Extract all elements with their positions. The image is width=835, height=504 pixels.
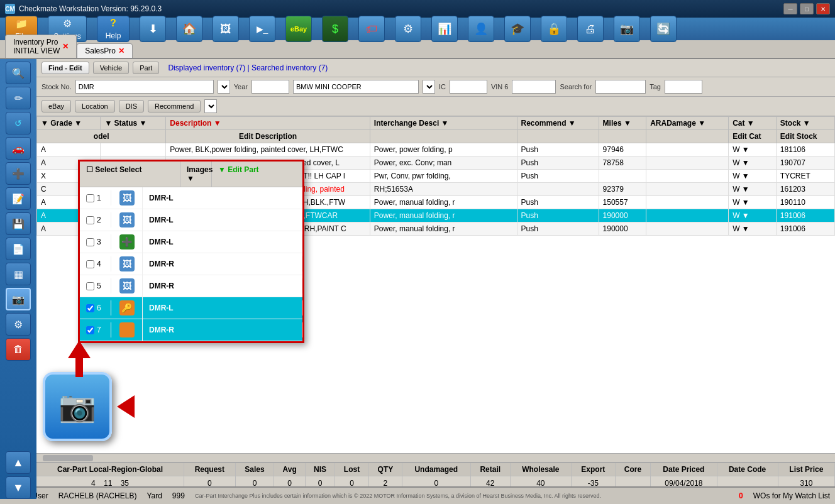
dropdown-row-4[interactable]: 4 🖼 DMR-R [80,253,302,275]
stats-header-wholesale: Wholesale [510,463,571,476]
stats-header-core: Core [615,463,650,476]
year-make-model-dropdown[interactable] [423,80,435,94]
dropdown-img-6: 🔑 [111,297,143,319]
maximize-button[interactable]: □ [800,3,814,14]
stock-input[interactable] [75,80,214,94]
edit-side-button[interactable]: ✏ [6,87,31,109]
col-status[interactable]: ▼ Status ▼ [101,117,166,130]
terminal-button[interactable]: ▶_ [249,16,275,42]
camera-side-button[interactable]: 📷 [6,288,31,310]
dropdown-check-6[interactable]: 6 [80,300,111,315]
camera-toolbar-button[interactable]: 📷 [614,16,640,42]
nav-up-button[interactable]: ▲ [6,451,31,474]
year-make-model-input[interactable] [293,80,419,94]
horizontal-scrollbar[interactable] [36,453,835,462]
col-description[interactable]: Description ▼ [166,117,370,130]
close-button[interactable]: ✕ [816,3,830,14]
lock-button[interactable]: 🔒 [541,16,567,42]
note-side-button[interactable]: 📝 [6,187,31,210]
tab-inventory-pro[interactable]: Inventory ProINITIAL VIEW ✕ [5,35,77,58]
barcode-side-button[interactable]: ▦ [6,263,31,285]
app-icon: CM [5,4,15,14]
cell-interchange: Pwr, Conv, pwr folding, [370,170,517,183]
stats-header-export: Export [571,463,615,476]
help-label: Help [106,31,121,40]
gear-side-button[interactable]: ⚙ [6,313,31,336]
user-button[interactable]: 👤 [468,16,494,42]
dropdown-check-2[interactable]: 2 [80,212,111,227]
camera-large-button[interactable]: 📷 [43,372,112,441]
cell-recommend: Push [517,209,599,222]
dropdown-check-1[interactable]: 1 [80,190,111,205]
recommend-filter-btn[interactable]: Recommend [148,100,201,112]
location-filter-btn[interactable]: Location [75,100,115,112]
search-side-button[interactable]: 🔍 [6,62,31,84]
ebay-filter-btn[interactable]: eBay [41,100,71,112]
dropdown-check-3[interactable]: 3 [80,234,111,249]
cell-recommend: Push [517,156,599,170]
year-input[interactable] [252,80,289,94]
stock-dropdown[interactable] [218,80,230,94]
col-miles[interactable]: Miles ▼ [599,117,646,130]
car-side-button[interactable]: 🚗 [6,137,31,160]
add-side-button[interactable]: ➕ [6,162,31,185]
dropdown-row-7[interactable]: 7 DMR-R [80,319,302,341]
col-grade[interactable]: ▼ Grade ▼ [37,117,101,130]
table-row[interactable]: A Power, BLK,power folding, painted cove… [37,143,835,156]
download-button[interactable]: ⬇ [140,16,166,42]
image-button[interactable]: 🖼 [213,16,239,42]
part-tab[interactable]: Part [133,62,159,74]
display-info: Displayed inventory (7) | Searched inven… [168,63,328,72]
ebay-button[interactable]: eBay [285,16,312,42]
cell-interchange: Power, manual folding, r [370,222,517,236]
vehicle-tab[interactable]: Vehicle [93,62,129,74]
cell-miles [599,170,646,183]
refresh-button[interactable]: 🔄 [650,16,677,42]
cell-damage [646,143,729,156]
vin6-label: VIN 6 [491,83,509,90]
dropdown-row-5[interactable]: 5 🖼 DMR-R [80,275,302,297]
col-recommend[interactable]: Recommend ▼ [517,117,599,130]
ic-input[interactable] [450,80,487,94]
title-bar: CM Checkmate Workstation Version: 95.29.… [0,0,835,18]
tag-button[interactable]: 🏷 [358,16,385,42]
save-side-button[interactable]: 💾 [6,212,31,235]
dis-filter-btn[interactable]: DIS [119,100,144,112]
ic-label: IC [439,83,446,90]
tab-salespro[interactable]: SalesPro ✕ [77,43,133,58]
cell-cat: W ▼ [729,143,777,156]
home-button[interactable]: 🏠 [176,16,202,42]
cell-interchange: Power, manual folding, r [370,209,517,222]
dropdown-check-7[interactable]: 7 [80,322,111,337]
tab-salespro-close[interactable]: ✕ [118,47,124,55]
dollar-button[interactable]: $ [322,16,348,42]
recommend-dropdown[interactable] [204,99,217,113]
dropdown-row-1[interactable]: 1 🖼 DMR-L [80,187,302,209]
col-cat[interactable]: Cat ▼ [729,117,777,130]
print-button[interactable]: 🖨 [577,16,604,42]
dropdown-check-5[interactable]: 5 [80,278,111,293]
doc-side-button[interactable]: 📄 [6,238,31,260]
dropdown-img-3: ➕ [111,231,143,253]
dropdown-row-6[interactable]: 6 🔑 DMR-L [80,297,302,319]
tab-inventory-close[interactable]: ✕ [62,42,69,51]
vin6-input[interactable] [512,80,556,94]
col-damage[interactable]: ARADamage ▼ [646,117,729,130]
tag-input[interactable] [665,80,702,94]
minimize-button[interactable]: ─ [783,3,797,14]
settings2-button[interactable]: ⚙ [395,16,421,42]
dropdown-row-2[interactable]: 2 🖼 DMR-L [80,209,302,231]
graduation-button[interactable]: 🎓 [504,16,531,42]
refresh-side-button[interactable]: ↺ [6,112,31,134]
dropdown-row-3[interactable]: 3 ➕ DMR-L [80,231,302,253]
trash-side-button[interactable]: 🗑 [6,338,31,361]
find-edit-tab[interactable]: Find - Edit [41,62,89,74]
help-button[interactable]: ? Help [97,16,130,42]
col-interchange[interactable]: Interchange Desci ▼ [370,117,517,130]
search-for-input[interactable] [595,80,646,94]
dropdown-check-4[interactable]: 4 [80,256,111,271]
nav-down-button[interactable]: ▼ [6,476,31,499]
chart-button[interactable]: 📊 [431,16,458,42]
cell-recommend: Push [517,196,599,209]
col-stock[interactable]: Stock ▼ [776,117,834,130]
